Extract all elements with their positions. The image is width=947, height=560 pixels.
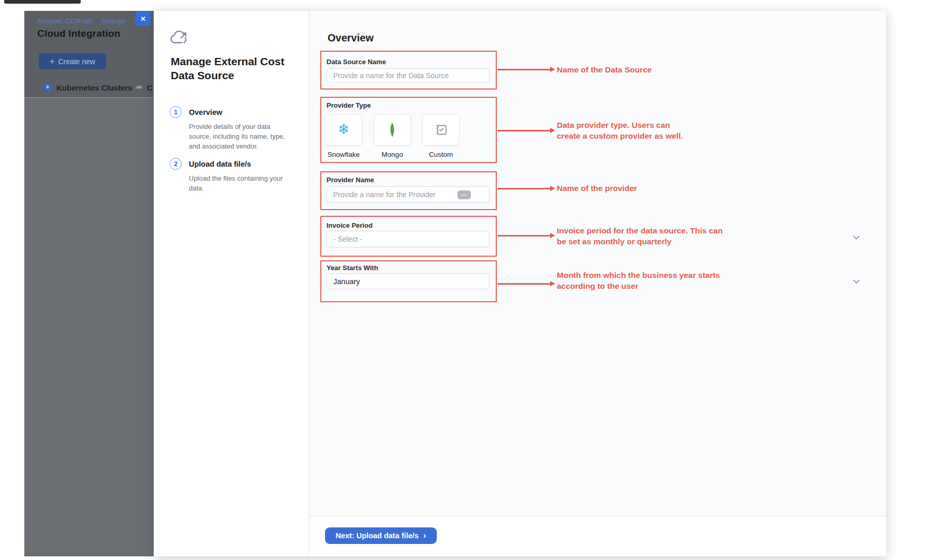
more-options-icon[interactable]: ••• [457, 190, 471, 199]
create-new-button[interactable]: + Create new [39, 53, 106, 69]
invoice-period-label: Invoice Period [327, 222, 373, 229]
provider-card-mongo[interactable] [374, 114, 411, 145]
breadcrumb-separator-icon: › [96, 17, 98, 25]
create-new-label: Create new [58, 57, 95, 66]
chevron-down-icon[interactable] [852, 234, 861, 241]
step-1-indicator[interactable]: 1 [170, 106, 182, 118]
year-starts-with-value: January [333, 277, 360, 286]
step-1-number: 1 [174, 108, 177, 116]
provider-card-custom[interactable] [422, 114, 460, 145]
mongo-leaf-icon [389, 123, 396, 137]
screen: Account: CCM-NG›Settings Cloud Integrati… [0, 0, 947, 560]
form-panel: Overview Data Source Name Provider Type … [308, 11, 886, 556]
page-title: Cloud Integration [37, 28, 121, 39]
kubernetes-icon: ✳ [42, 82, 52, 92]
invoice-period-value: - Select - [333, 235, 362, 243]
invoice-period-select[interactable]: - Select - [327, 231, 490, 247]
data-source-name-input[interactable] [327, 68, 490, 83]
provider-name-label: Provider Name [327, 176, 374, 184]
close-button[interactable]: ✕ [136, 11, 151, 26]
kubernetes-glyph: ✳ [45, 84, 50, 90]
provider-label-snowflake: Snowflake [325, 151, 362, 158]
plus-icon: + [50, 57, 54, 66]
upload-cloud-icon [169, 30, 189, 46]
breadcrumb-settings[interactable]: Settings [101, 17, 126, 25]
tab-cloud-partial-label[interactable]: C [147, 83, 153, 92]
window-artifact-bar [4, 0, 81, 4]
provider-card-snowflake[interactable]: ❄ [325, 114, 362, 145]
form-heading: Overview [328, 32, 374, 44]
data-source-name-label: Data Source Name [327, 58, 386, 66]
custom-provider-icon [434, 123, 448, 137]
year-starts-with-label: Year Starts With [327, 264, 378, 272]
step-1-title[interactable]: Overview [189, 108, 223, 116]
wizard-title: Manage External Cost Data Source [171, 54, 298, 82]
next-button-label: Next: Upload data file/s [335, 532, 418, 540]
cloud-icon: ☁ [135, 82, 143, 90]
provider-type-label: Provider Type [327, 101, 371, 109]
step-2-indicator[interactable]: 2 [170, 158, 182, 170]
chevron-right-icon: › [423, 531, 426, 540]
dimmed-background-page: Account: CCM-NG›Settings Cloud Integrati… [24, 11, 154, 556]
snowflake-icon: ❄ [338, 123, 350, 137]
tab-kubernetes-clusters[interactable]: Kubernetes Clusters [56, 83, 132, 92]
provider-label-mongo: Mongo [374, 151, 411, 158]
step-2-description: Upload the files containing your data. [189, 173, 293, 193]
provider-label-custom: Custom [422, 151, 460, 158]
chevron-down-icon[interactable] [852, 278, 861, 285]
step-2-number: 2 [174, 160, 177, 168]
dimmed-content-area [24, 97, 154, 556]
step-1-description: Provide details of your data source, inc… [189, 122, 293, 151]
tab-row: ✳ Kubernetes Clusters ☁ C [24, 78, 154, 97]
year-starts-with-select[interactable]: January [327, 273, 490, 289]
breadcrumb-account[interactable]: Account: CCM-NG [37, 17, 93, 25]
close-icon: ✕ [140, 15, 146, 23]
step-2-title[interactable]: Upload data file/s [189, 160, 251, 168]
next-button[interactable]: Next: Upload data file/s › [325, 527, 437, 544]
breadcrumb: Account: CCM-NG›Settings [37, 17, 126, 25]
wizard-panel: Manage External Cost Data Source 1 Overv… [154, 11, 308, 556]
